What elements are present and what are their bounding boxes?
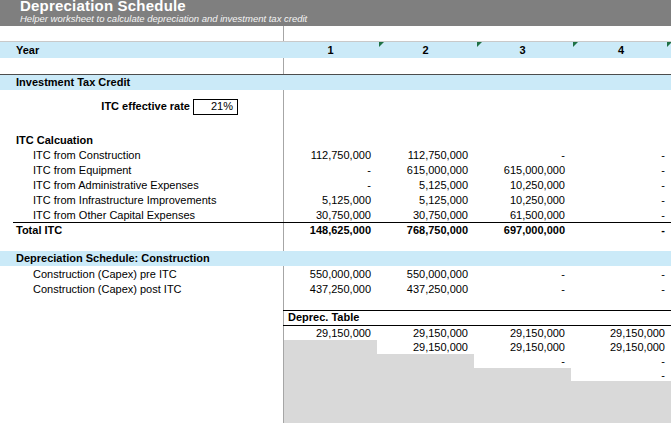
- page-title: Depreciation Schedule: [20, 0, 186, 14]
- deprec-table-top-rule: [283, 310, 671, 311]
- value-cell[interactable]: 112,750,000: [377, 148, 474, 163]
- value-cell[interactable]: -: [571, 282, 671, 297]
- table-row[interactable]: ITC from Equipment - 615,000,000 615,000…: [0, 163, 671, 178]
- disabled-cell: [377, 354, 474, 368]
- cell-flag-icon: [573, 42, 578, 47]
- value-cell[interactable]: 550,000,000: [284, 267, 377, 282]
- value-cell[interactable]: 30,750,000: [377, 208, 474, 223]
- value-cell[interactable]: -: [571, 267, 671, 282]
- row-label[interactable]: ITC from Construction: [0, 148, 284, 163]
- total-itc-label[interactable]: Total ITC: [0, 223, 284, 238]
- value-cell[interactable]: 29,150,000: [377, 340, 474, 354]
- value-cell[interactable]: -: [474, 148, 571, 163]
- table-row[interactable]: ITC from Infrastructure Improvements 5,1…: [0, 193, 671, 208]
- table-row[interactable]: Construction (Capex) post ITC 437,250,00…: [0, 282, 671, 297]
- value-cell[interactable]: -: [571, 163, 671, 178]
- year-cell-3[interactable]: 3: [474, 42, 571, 58]
- disabled-cell: [284, 368, 377, 382]
- year-cell-2[interactable]: 2: [377, 42, 474, 58]
- row-label[interactable]: ITC from Equipment: [0, 163, 284, 178]
- value-cell[interactable]: 5,125,000: [377, 178, 474, 193]
- page-subtitle: Helper worksheet to calculate depreciati…: [20, 13, 307, 24]
- value-cell[interactable]: 30,750,000: [284, 208, 377, 223]
- itc-section-title: Investment Tax Credit: [0, 75, 284, 90]
- table-row[interactable]: ITC from Construction 112,750,000 112,75…: [0, 148, 671, 163]
- disabled-cell: [474, 368, 571, 382]
- deprec-table-row[interactable]: - -: [284, 354, 671, 368]
- table-row[interactable]: ITC from Administrative Expenses - 5,125…: [0, 178, 671, 193]
- cell-flag-icon: [667, 42, 671, 47]
- deprec-table-row[interactable]: 29,150,000 29,150,000 29,150,000: [284, 340, 671, 354]
- table-row[interactable]: ITC from Other Capital Expenses 30,750,0…: [0, 208, 671, 223]
- row-label[interactable]: Construction (Capex) post ITC: [0, 282, 284, 297]
- row-label[interactable]: Construction (Capex) pre ITC: [0, 267, 284, 282]
- value-cell[interactable]: -: [284, 163, 377, 178]
- row-label[interactable]: ITC from Administrative Expenses: [0, 178, 284, 193]
- value-cell[interactable]: 10,250,000: [474, 193, 571, 208]
- value-cell[interactable]: 29,150,000: [571, 340, 671, 354]
- value-cell[interactable]: -: [571, 354, 671, 368]
- row-label[interactable]: ITC from Other Capital Expenses: [0, 208, 284, 223]
- value-cell[interactable]: -: [571, 193, 671, 208]
- value-cell[interactable]: -: [474, 354, 571, 368]
- disabled-cell: [284, 340, 377, 354]
- value-cell[interactable]: 29,150,000: [474, 326, 571, 340]
- value-cell[interactable]: -: [571, 368, 671, 382]
- deprec-table-row[interactable]: 29,150,000 29,150,000 29,150,000 29,150,…: [284, 326, 671, 340]
- value-cell[interactable]: 5,125,000: [377, 193, 474, 208]
- year-cell-4[interactable]: 4: [571, 42, 671, 58]
- value-cell[interactable]: 697,000,000: [474, 223, 571, 238]
- deprec-table-row[interactable]: -: [284, 368, 671, 382]
- itc-rate-label: ITC effective rate: [0, 100, 190, 112]
- table-row[interactable]: Construction (Capex) pre ITC 550,000,000…: [0, 267, 671, 282]
- deprec-table-label[interactable]: Deprec. Table: [288, 310, 359, 325]
- year-cell-1[interactable]: 1: [284, 42, 377, 58]
- value-cell[interactable]: 148,625,000: [284, 223, 377, 238]
- value-cell[interactable]: 768,750,000: [377, 223, 474, 238]
- value-cell[interactable]: 437,250,000: [284, 282, 377, 297]
- disabled-region: [284, 381, 671, 423]
- value-cell[interactable]: 29,150,000: [571, 326, 671, 340]
- itc-calc-header: ITC Calcuation: [0, 133, 284, 148]
- cell-flag-icon: [477, 42, 482, 47]
- value-cell[interactable]: 10,250,000: [474, 178, 571, 193]
- total-rule: [13, 222, 671, 223]
- disabled-cell: [284, 354, 377, 368]
- value-cell[interactable]: 29,150,000: [284, 326, 377, 340]
- value-cell[interactable]: 437,250,000: [377, 282, 474, 297]
- year-label-cell[interactable]: Year: [0, 42, 284, 58]
- depreciation-section-header[interactable]: Depreciation Schedule: Construction: [0, 251, 671, 266]
- value-cell[interactable]: 615,000,000: [474, 163, 571, 178]
- depreciation-section-title: Depreciation Schedule: Construction: [0, 251, 284, 266]
- row-label[interactable]: ITC from Infrastructure Improvements: [0, 193, 284, 208]
- value-cell[interactable]: -: [571, 178, 671, 193]
- year-header-row[interactable]: Year 1 2 3 4: [0, 41, 671, 58]
- title-bar: Depreciation Schedule Helper worksheet t…: [0, 0, 671, 26]
- value-cell[interactable]: -: [284, 178, 377, 193]
- total-itc-row[interactable]: Total ITC 148,625,000 768,750,000 697,00…: [0, 223, 671, 238]
- value-cell[interactable]: 550,000,000: [377, 267, 474, 282]
- itc-section-header[interactable]: Investment Tax Credit: [0, 74, 671, 90]
- spreadsheet: Depreciation Schedule Helper worksheet t…: [0, 0, 671, 423]
- value-cell[interactable]: -: [571, 223, 671, 238]
- deprec-table-header-rule: [283, 325, 671, 326]
- value-cell[interactable]: -: [571, 208, 671, 223]
- value-cell[interactable]: 61,500,000: [474, 208, 571, 223]
- value-cell[interactable]: 615,000,000: [377, 163, 474, 178]
- value-cell[interactable]: -: [474, 282, 571, 297]
- value-cell[interactable]: -: [474, 267, 571, 282]
- itc-rate-input[interactable]: 21%: [193, 99, 238, 115]
- value-cell[interactable]: -: [571, 148, 671, 163]
- disabled-cell: [377, 368, 474, 382]
- value-cell[interactable]: 5,125,000: [284, 193, 377, 208]
- value-cell[interactable]: 29,150,000: [474, 340, 571, 354]
- cell-flag-icon: [379, 42, 384, 47]
- itc-calc-header-row[interactable]: ITC Calcuation: [0, 133, 671, 148]
- value-cell[interactable]: 112,750,000: [284, 148, 377, 163]
- value-cell[interactable]: 29,150,000: [377, 326, 474, 340]
